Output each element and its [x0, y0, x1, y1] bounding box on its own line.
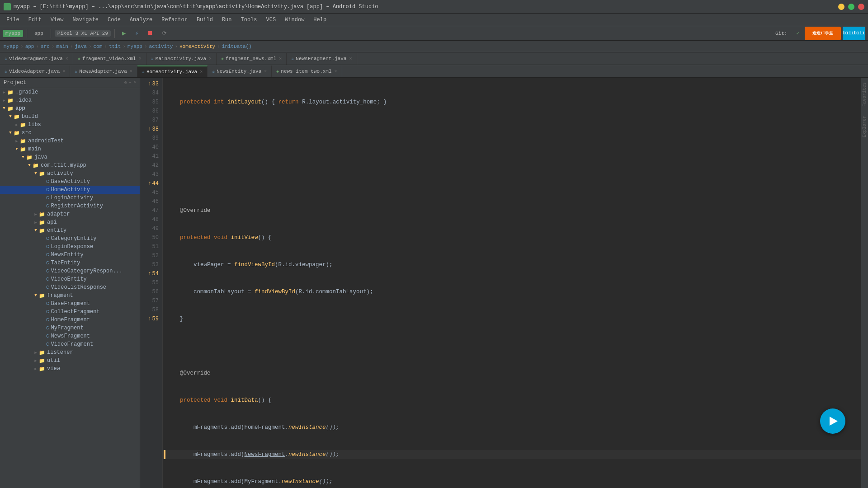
- maximize-button[interactable]: [848, 4, 854, 10]
- bc-ttit[interactable]: ttit: [109, 44, 121, 49]
- tree-gradle[interactable]: ▶ 📁 .gradle: [0, 88, 140, 96]
- float-play-button[interactable]: [820, 408, 845, 434]
- sidebar-icon-collapse[interactable]: –: [129, 80, 132, 85]
- bc-com[interactable]: com: [94, 44, 103, 49]
- code-editor[interactable]: protected int initLayout() { return R.la…: [163, 78, 861, 488]
- tab-close[interactable]: ×: [264, 69, 267, 74]
- tree-tab-entity[interactable]: C TabEntity: [0, 259, 140, 267]
- bc-activity[interactable]: activity: [149, 44, 173, 49]
- bc-initdata[interactable]: initData(): [222, 44, 252, 49]
- tab-close[interactable]: ×: [279, 56, 282, 61]
- line-52: 52: [140, 251, 162, 260]
- bc-java[interactable]: java: [75, 44, 86, 49]
- tab-close[interactable]: ×: [349, 56, 352, 61]
- right-label-favorites[interactable]: Favorites: [862, 82, 867, 107]
- tree-home-fragment[interactable]: C HomeFragment: [0, 316, 140, 324]
- tree-video-fragment[interactable]: C VideoFragment: [0, 340, 140, 348]
- tab-videoadapter-java[interactable]: ☕ VideoAdapter.java ×: [0, 66, 70, 77]
- bc-homeactivity[interactable]: HomeActivity: [179, 44, 215, 49]
- tree-login-activity[interactable]: C LoginActivity: [0, 194, 140, 202]
- tree-androidtest[interactable]: ▶ 📁 androidTest: [0, 137, 140, 145]
- tab-close[interactable]: ×: [139, 56, 142, 61]
- tree-build[interactable]: ▼ 📁 build: [0, 113, 140, 121]
- tab-close[interactable]: ×: [62, 69, 65, 74]
- tree-news-fragment[interactable]: C NewsFragment: [0, 332, 140, 340]
- menu-item-edit[interactable]: Edit: [25, 16, 45, 24]
- tree-view[interactable]: ▶ 📁 view: [0, 365, 140, 373]
- git-status[interactable]: ✓: [793, 29, 803, 37]
- tree-home-activity[interactable]: C HomeActivity: [0, 186, 140, 194]
- tree-api[interactable]: ▶ 📁 api: [0, 218, 140, 226]
- main-content: Project ⚙ – × ▶ 📁 .gradle ▶ 📁 .idea ▼ 📁 …: [0, 78, 868, 488]
- menu-item-run[interactable]: Run: [218, 16, 236, 24]
- tree-util[interactable]: ▶ 📁 util: [0, 357, 140, 365]
- tree-adapter[interactable]: ▶ 📁 adapter: [0, 210, 140, 218]
- tree-login-response[interactable]: C LoginResponse: [0, 243, 140, 251]
- menu-item-vcs[interactable]: VCS: [263, 16, 280, 24]
- project-selector[interactable]: myapp: [3, 30, 23, 37]
- tree-src[interactable]: ▼ 📁 src: [0, 129, 140, 137]
- tab-mainactivity-java[interactable]: ☕ MainActivity.java ×: [146, 53, 217, 65]
- menu-item-navigate[interactable]: Navigate: [69, 16, 102, 24]
- tab-close[interactable]: ×: [335, 69, 337, 74]
- menu-item-code[interactable]: Code: [104, 16, 124, 24]
- tree-entity[interactable]: ▼ 📁 entity: [0, 226, 140, 235]
- bc-src[interactable]: src: [41, 44, 50, 49]
- menu-item-view[interactable]: View: [47, 16, 67, 24]
- tree-my-fragment[interactable]: C MyFragment: [0, 324, 140, 332]
- tab-newsentity-java[interactable]: ☕ NewsEntity.java ×: [208, 66, 272, 77]
- tree-fragment[interactable]: ▼ 📁 fragment: [0, 291, 140, 300]
- minimize-button[interactable]: [838, 4, 844, 10]
- menu-item-build[interactable]: Build: [193, 16, 217, 24]
- sidebar-icon-settings[interactable]: ⚙: [124, 80, 127, 85]
- tree-com-ttit[interactable]: ▼ 📁 com.ttit.myapp: [0, 161, 140, 169]
- tree-video-list-resp[interactable]: C VideoListResponse: [0, 283, 140, 291]
- tab-newsadapter-java[interactable]: ☕ NewsAdapter.java ×: [70, 66, 137, 77]
- bc-app[interactable]: app: [25, 44, 34, 49]
- tree-video-category[interactable]: C VideoCategoryRespon...: [0, 267, 140, 275]
- bc-myapp2[interactable]: myapp: [127, 44, 142, 49]
- menu-item-file[interactable]: File: [3, 16, 23, 24]
- sidebar-icon-close[interactable]: ×: [133, 80, 136, 85]
- tree-category-entity[interactable]: C CategoryEntity: [0, 235, 140, 243]
- module-selector[interactable]: app: [31, 30, 47, 37]
- menu-item-analyze[interactable]: Analyze: [126, 16, 156, 24]
- right-label-explorer[interactable]: Explorer: [862, 116, 867, 137]
- tree-video-entity[interactable]: C VideoEntity: [0, 275, 140, 283]
- tree-activity[interactable]: ▼ 📁 activity: [0, 169, 140, 178]
- bc-main[interactable]: main: [56, 44, 68, 49]
- debug-btn[interactable]: ⚡: [131, 29, 142, 38]
- tab-homeactivity-java[interactable]: ☕ HomeActivity.java ×: [137, 66, 208, 77]
- tree-base-activity[interactable]: C BaseActivity: [0, 178, 140, 186]
- tab-close[interactable]: ×: [66, 56, 68, 61]
- menu-item-refactor[interactable]: Refactor: [158, 16, 191, 24]
- tree-libs[interactable]: ▶ 📁 libs: [0, 121, 140, 129]
- menu-item-window[interactable]: Window: [281, 16, 308, 24]
- tree-main[interactable]: ▼ 📁 main: [0, 145, 140, 153]
- tree-register-activity[interactable]: C RegisterActivity: [0, 202, 140, 210]
- code-area[interactable]: ↑ 33 34 35 36 37 ↑ 38 39 40 41 42 43 ↑ 4…: [140, 78, 868, 488]
- tree-base-fragment[interactable]: C BaseFragment: [0, 300, 140, 308]
- stop-btn[interactable]: ⏹: [144, 29, 157, 38]
- tree-idea[interactable]: ▶ 📁 .idea: [0, 96, 140, 104]
- tab-news-item-two-xml[interactable]: ◈ news_item_two.xml ×: [272, 66, 342, 77]
- tab-close[interactable]: ×: [209, 56, 212, 61]
- tab-newsfragment-java[interactable]: ☕ NewsFragment.java ×: [287, 53, 357, 65]
- close-button[interactable]: [858, 4, 864, 10]
- tree-app[interactable]: ▼ 📁 app: [0, 104, 140, 113]
- menu-item-help[interactable]: Help: [310, 16, 330, 24]
- tree-listener[interactable]: ▶ 📁 listener: [0, 348, 140, 357]
- menu-item-tools[interactable]: Tools: [237, 16, 261, 24]
- tab-close[interactable]: ×: [200, 70, 203, 75]
- tab-videofragment-java[interactable]: ☕ VideoFragment.java ×: [0, 53, 73, 65]
- tree-news-entity[interactable]: C NewsEntity: [0, 251, 140, 259]
- tab-close[interactable]: ×: [130, 69, 132, 74]
- tab-fragment-news-xml[interactable]: ◈ fragment_news.xml ×: [217, 53, 287, 65]
- tab-fragment-video-xml[interactable]: ◈ fragment_video.xml ×: [73, 53, 146, 65]
- tree-java[interactable]: ▼ 📁 java: [0, 153, 140, 161]
- bc-myapp[interactable]: myapp: [4, 44, 19, 49]
- run-btn[interactable]: ▶: [118, 28, 129, 38]
- tree-collect-fragment[interactable]: C CollectFragment: [0, 308, 140, 316]
- device-selector[interactable]: Pixel 3 XL API 29: [55, 30, 111, 37]
- sync-btn[interactable]: ⟳: [159, 29, 170, 37]
